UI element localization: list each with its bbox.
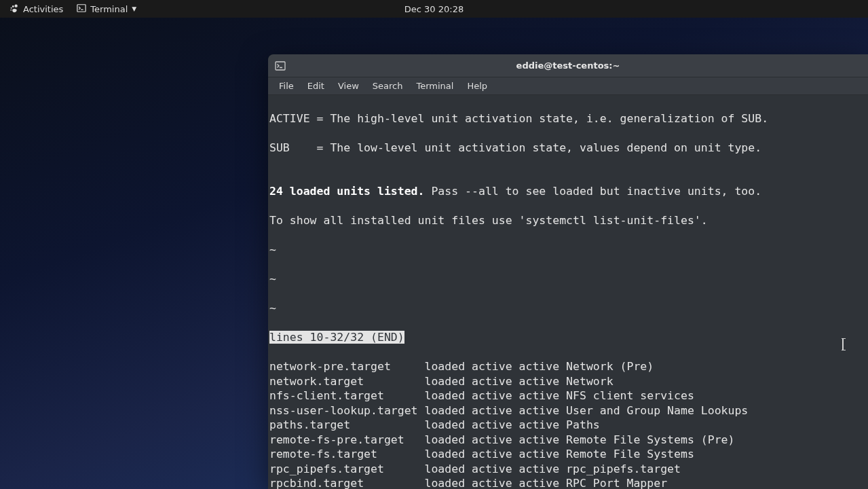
unit-line: nfs-client.target loaded active active N… <box>269 388 867 403</box>
gnome-foot-icon <box>10 4 19 14</box>
svg-rect-6 <box>276 62 285 70</box>
terminal-window: eddie@test-centos:~ File Edit View Searc… <box>268 54 868 489</box>
terminal-content[interactable]: ACTIVE = The high-level unit activation … <box>268 95 868 489</box>
term-line: ACTIVE = The high-level unit activation … <box>269 111 867 126</box>
unit-line: remote-fs-pre.target loaded active activ… <box>269 433 867 448</box>
term-text: Pass --all to see loaded but inactive un… <box>424 185 761 198</box>
svg-point-0 <box>14 4 17 7</box>
clock[interactable]: Dec 30 20:28 <box>404 4 464 14</box>
unit-line: nss-user-lookup.target loaded active act… <box>269 403 867 418</box>
terminal-window-icon <box>275 60 286 71</box>
unit-line: paths.target loaded active active Paths <box>269 418 867 433</box>
unit-line: network.target loaded active active Netw… <box>269 374 867 389</box>
menu-view[interactable]: View <box>331 79 366 93</box>
menu-search[interactable]: Search <box>366 79 410 93</box>
term-line: ~ <box>269 301 867 316</box>
app-menu-label: Terminal <box>90 4 128 14</box>
text-cursor-icon <box>842 338 844 350</box>
svg-point-3 <box>10 10 12 11</box>
window-titlebar[interactable]: eddie@test-centos:~ <box>268 54 868 77</box>
topbar-left: Activities Terminal ▼ <box>0 1 142 18</box>
chevron-down-icon: ▼ <box>132 5 136 12</box>
unit-line: rpc_pipefs.target loaded active active r… <box>269 462 867 477</box>
menu-file[interactable]: File <box>272 79 301 93</box>
gnome-topbar: Activities Terminal ▼ Dec 30 20:28 <box>0 0 868 18</box>
window-title: eddie@test-centos:~ <box>516 60 620 71</box>
menu-help[interactable]: Help <box>460 79 494 93</box>
svg-point-2 <box>11 7 12 9</box>
unit-line: rpcbind.target loaded active active RPC … <box>269 476 867 489</box>
term-line: To show all installed unit files use 'sy… <box>269 213 867 228</box>
unit-line: remote-fs.target loaded active active Re… <box>269 447 867 462</box>
menubar: File Edit View Search Terminal Help <box>268 77 868 95</box>
menu-terminal[interactable]: Terminal <box>409 79 460 93</box>
activities-label: Activities <box>23 4 63 14</box>
menu-edit[interactable]: Edit <box>301 79 331 93</box>
term-line: SUB = The low-level unit activation stat… <box>269 141 867 156</box>
unit-line: network-pre.target loaded active active … <box>269 359 867 374</box>
term-line: ~ <box>269 272 867 287</box>
pager-status-text: lines 10-32/32 (END) <box>269 331 404 344</box>
activities-button[interactable]: Activities <box>4 1 69 17</box>
term-line: 24 loaded units listed. Pass --all to se… <box>269 184 867 199</box>
app-menu-button[interactable]: Terminal ▼ <box>71 1 142 18</box>
svg-point-1 <box>12 5 14 7</box>
svg-rect-4 <box>77 4 86 12</box>
term-bold-text: 24 loaded units listed. <box>269 185 424 198</box>
terminal-app-icon <box>77 3 86 15</box>
pager-status: lines 10-32/32 (END) <box>269 330 867 345</box>
term-line: ~ <box>269 242 867 257</box>
